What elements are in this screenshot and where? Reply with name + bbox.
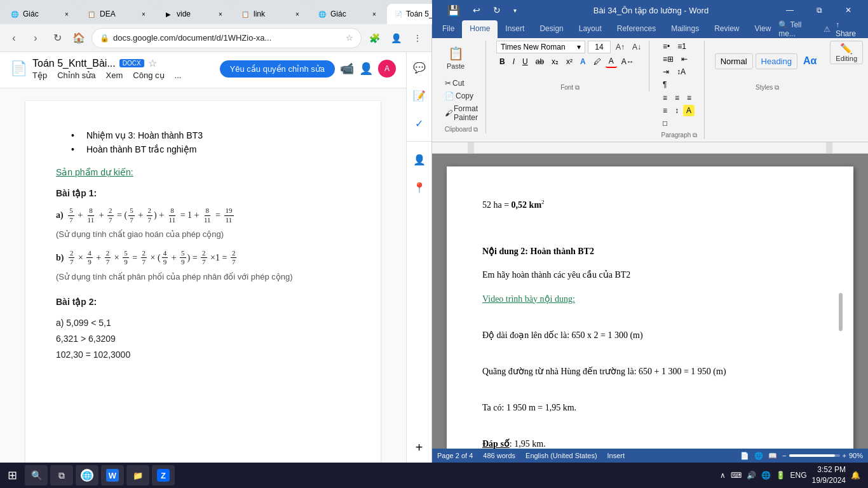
tab-close-vide[interactable]: × bbox=[216, 10, 225, 18]
video2-link[interactable]: Video trình bày nội dung: bbox=[482, 294, 575, 304]
font-color-button[interactable]: A bbox=[606, 55, 617, 68]
styles-gallery-button[interactable]: Aα bbox=[800, 54, 820, 68]
word-redo-btn[interactable]: ↻ bbox=[488, 3, 506, 18]
decrease-indent-button[interactable]: ⇤ bbox=[678, 53, 691, 65]
style-heading1[interactable]: Heading bbox=[756, 53, 797, 69]
chrome-taskbar[interactable]: 🌐 bbox=[76, 465, 98, 485]
layout-web-icon[interactable]: 🌐 bbox=[754, 452, 763, 460]
tab-giac2[interactable]: 🌐 Giác × bbox=[310, 4, 386, 24]
tab-close-link[interactable]: × bbox=[293, 10, 302, 18]
numbering-button[interactable]: ≡1 bbox=[674, 41, 689, 52]
task-view-button[interactable]: ⧉ bbox=[50, 465, 73, 485]
justify-button[interactable]: ≡ bbox=[660, 105, 670, 116]
layout-read-icon[interactable]: 📖 bbox=[768, 452, 777, 460]
editing-badge[interactable]: ✏️ Editing bbox=[830, 41, 863, 64]
zoom-out-icon[interactable]: − bbox=[782, 452, 786, 459]
sidebar-notes-icon[interactable]: 📝 bbox=[409, 85, 430, 105]
taskbar-lang[interactable]: ENG bbox=[790, 471, 807, 480]
cut-button[interactable]: ✂ Cut bbox=[442, 78, 480, 89]
sidebar-add-icon[interactable]: + bbox=[409, 437, 430, 458]
tab-link[interactable]: 📋 link × bbox=[233, 4, 309, 24]
share-icon[interactable]: 👤 bbox=[359, 62, 373, 76]
align-right-button[interactable]: ≡ bbox=[684, 92, 695, 104]
tab-close-giac1[interactable]: × bbox=[62, 10, 71, 18]
sidebar-comments-icon[interactable]: 💬 bbox=[409, 57, 430, 78]
start-button[interactable]: ⊞ bbox=[3, 466, 22, 485]
tab-close-dea[interactable]: × bbox=[139, 10, 148, 18]
text-effects-button[interactable]: A bbox=[577, 56, 589, 67]
word-save-btn[interactable]: 💾 bbox=[442, 2, 465, 19]
sidebar-maps-icon[interactable]: 📍 bbox=[409, 177, 430, 198]
minimize-button[interactable]: — bbox=[775, 0, 804, 20]
star-icon[interactable]: ☆ bbox=[148, 57, 157, 69]
reload-button[interactable]: ↻ bbox=[48, 29, 66, 47]
explorer-taskbar[interactable]: 📁 bbox=[126, 465, 149, 485]
extensions-button[interactable]: 🧩 bbox=[365, 29, 383, 47]
menu-tep[interactable]: Tệp bbox=[32, 71, 47, 80]
ribbon-tab-mailings[interactable]: Mailings bbox=[663, 20, 707, 38]
ribbon-tab-review[interactable]: Review bbox=[707, 20, 747, 38]
font-shrink-button[interactable]: A↓ bbox=[630, 41, 644, 53]
tell-me-box[interactable]: 🔍 Tell me... bbox=[778, 20, 818, 38]
show-para-button[interactable]: ¶ bbox=[660, 79, 670, 90]
search-taskbar-button[interactable]: 🔍 bbox=[25, 465, 48, 485]
menu-button[interactable]: ⋮ bbox=[409, 29, 426, 47]
word-taskbar[interactable]: W bbox=[101, 465, 124, 485]
share-word-btn[interactable]: ↑ Share bbox=[836, 20, 860, 38]
tab-vide[interactable]: ▶ vide × bbox=[156, 4, 233, 24]
menu-more[interactable]: ... bbox=[175, 71, 182, 80]
font-grow-button[interactable]: A↑ bbox=[613, 41, 627, 53]
ribbon-tab-layout[interactable]: Layout bbox=[571, 20, 609, 38]
taskbar-arrow-up[interactable]: ∧ bbox=[720, 471, 726, 480]
underline-button[interactable]: U bbox=[519, 56, 531, 67]
ribbon-tab-references[interactable]: References bbox=[609, 20, 663, 38]
menu-cong-cu[interactable]: Công cụ bbox=[133, 71, 164, 80]
word-customize-btn[interactable]: ▾ bbox=[508, 4, 522, 17]
zalo-taskbar[interactable]: Z bbox=[152, 465, 175, 485]
menu-xem[interactable]: Xem bbox=[106, 71, 123, 80]
paste-button[interactable]: 📋 Paste bbox=[442, 41, 469, 75]
close-button[interactable]: ✕ bbox=[834, 0, 863, 20]
sort-button[interactable]: ↕A bbox=[674, 66, 689, 78]
ribbon-tab-file[interactable]: File bbox=[435, 20, 462, 38]
align-left-button[interactable]: ≡ bbox=[660, 92, 670, 104]
meet-icon[interactable]: 📹 bbox=[340, 62, 354, 76]
style-normal[interactable]: Normal bbox=[715, 53, 753, 69]
tab-dea[interactable]: 📋 DEA × bbox=[79, 4, 156, 24]
scroll-thumb[interactable] bbox=[839, 293, 843, 331]
increase-indent-button[interactable]: ⇥ bbox=[660, 66, 672, 78]
forward-button[interactable]: › bbox=[27, 29, 44, 47]
taskbar-notification[interactable]: 🔔 bbox=[851, 471, 860, 480]
bold-button[interactable]: B bbox=[496, 56, 508, 67]
line-spacing-button[interactable]: ↕ bbox=[672, 105, 682, 116]
shading-button[interactable]: A bbox=[683, 105, 695, 116]
ribbon-tab-home[interactable]: Home bbox=[462, 20, 498, 38]
address-bar[interactable]: 🔒 docs.google.com/document/d/1WHZio-xa..… bbox=[92, 28, 362, 48]
zoom-slider[interactable] bbox=[789, 454, 840, 457]
format-painter-button[interactable]: 🖌 Format Painter bbox=[442, 103, 480, 123]
font-size-box[interactable]: 14 bbox=[588, 41, 611, 53]
align-center-button[interactable]: ≡ bbox=[672, 92, 682, 104]
superscript-button[interactable]: x² bbox=[563, 56, 576, 67]
bookmark-icon[interactable]: ☆ bbox=[346, 33, 353, 43]
back-button[interactable]: ‹ bbox=[5, 29, 23, 47]
taskbar-sound[interactable]: 🔊 bbox=[747, 471, 756, 480]
ribbon-tab-view[interactable]: View bbox=[747, 20, 779, 38]
sidebar-tasks-icon[interactable]: ✓ bbox=[409, 113, 430, 133]
menu-chinh-sua[interactable]: Chỉnh sửa bbox=[57, 71, 95, 80]
highlight-button[interactable]: 🖊 bbox=[590, 56, 604, 67]
tab-close-giac2[interactable]: × bbox=[370, 10, 379, 18]
request-edit-button[interactable]: Yêu cầu quyền chỉnh sửa bbox=[220, 60, 335, 78]
char-spacing-button[interactable]: A↔ bbox=[618, 56, 637, 67]
taskbar-keyboard[interactable]: ⌨ bbox=[731, 471, 742, 480]
subscript-button[interactable]: x₂ bbox=[548, 56, 562, 67]
word-undo-btn[interactable]: ↩ bbox=[468, 3, 485, 18]
copy-button[interactable]: 📄 Copy bbox=[442, 90, 480, 102]
taskbar-battery[interactable]: 🔋 bbox=[776, 471, 785, 480]
taskbar-network[interactable]: 🌐 bbox=[761, 471, 771, 480]
profile-avatar[interactable]: A bbox=[378, 60, 396, 78]
maximize-button[interactable]: ⧉ bbox=[804, 0, 834, 20]
italic-button[interactable]: I bbox=[510, 56, 518, 67]
san-pham-link[interactable]: Sản phẩm dự kiến: bbox=[56, 167, 133, 177]
layout-print-icon[interactable]: 📄 bbox=[740, 452, 749, 460]
